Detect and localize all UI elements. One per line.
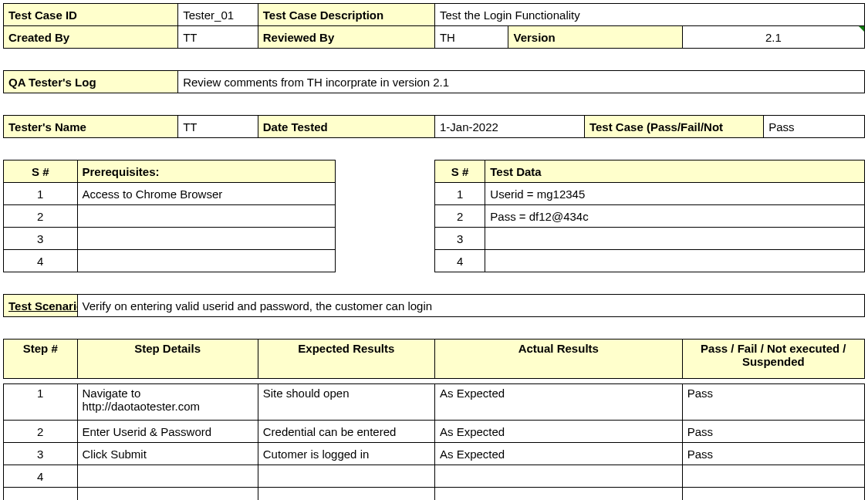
prereq-row: 3 3 <box>4 228 865 250</box>
qa-log-row: QA Tester's Log Review comments from TH … <box>4 71 865 93</box>
date-tested-value[interactable]: 1-Jan-2022 <box>434 116 584 138</box>
tester-name-value[interactable]: TT <box>178 116 258 138</box>
step-expected[interactable]: Cutomer is logged in <box>258 443 434 465</box>
step-num: 2 <box>4 421 78 443</box>
step-actual[interactable]: As Expected <box>434 443 682 465</box>
qa-log-label: QA Tester's Log <box>4 71 178 93</box>
prereq-value[interactable] <box>77 228 336 250</box>
testdata-s-label: S # <box>434 160 485 183</box>
testdata-value[interactable] <box>485 250 865 272</box>
step-pass[interactable]: Pass <box>682 384 864 421</box>
header-row-2: Created By TT Reviewed By TH Version 2.1 <box>4 26 865 49</box>
created-by-label: Created By <box>4 26 178 49</box>
scenario-row: Test Scenario Verify on entering valid u… <box>4 295 865 317</box>
prereq-num: 1 <box>4 183 78 205</box>
test-case-desc-value[interactable]: Test the Login Functionality <box>434 4 864 26</box>
test-case-id-label: Test Case ID <box>4 4 178 26</box>
step-details-header: Step Details <box>77 340 258 379</box>
testdata-num: 1 <box>434 183 485 205</box>
test-result-value[interactable]: Pass <box>764 116 865 138</box>
step-expected[interactable]: Site should open <box>258 384 434 421</box>
step-row: 4 <box>4 465 865 488</box>
prereq-row: 4 4 <box>4 250 865 272</box>
step-details[interactable]: Enter Userid & Password <box>77 421 258 443</box>
prereq-num: 4 <box>4 250 78 272</box>
testdata-value[interactable] <box>485 228 865 250</box>
prereq-num: 2 <box>4 205 78 228</box>
test-case-sheet: Test Case ID Tester_01 Test Case Descrip… <box>3 3 865 500</box>
step-num: 3 <box>4 443 78 465</box>
steps-header: Step # Step Details Expected Results Act… <box>4 340 865 379</box>
step-pass[interactable]: Pass <box>682 421 864 443</box>
step-expected[interactable] <box>258 465 434 488</box>
prereq-value[interactable] <box>77 205 336 228</box>
created-by-value[interactable]: TT <box>178 26 258 49</box>
step-num-header: Step # <box>4 340 78 379</box>
testdata-value[interactable]: Userid = mg12345 <box>485 183 865 205</box>
prereq-num: 3 <box>4 228 78 250</box>
testdata-num: 2 <box>434 205 485 228</box>
version-value[interactable]: 2.1 <box>682 26 864 49</box>
prereq-value[interactable] <box>77 250 336 272</box>
step-pass[interactable] <box>682 465 864 488</box>
step-row: 1 Navigate to http://daotaotester.com Si… <box>4 384 865 421</box>
step-num <box>4 488 78 501</box>
prereq-row: 1 Access to Chrome Browser 1 Userid = mg… <box>4 183 865 205</box>
date-tested-label: Date Tested <box>258 116 434 138</box>
step-details[interactable]: Navigate to http://daotaotester.com <box>77 384 258 421</box>
step-row: 2 Enter Userid & Password Credential can… <box>4 421 865 443</box>
step-actual[interactable]: As Expected <box>434 384 682 421</box>
step-row <box>4 488 865 501</box>
step-expected[interactable] <box>258 488 434 501</box>
prereq-value[interactable]: Access to Chrome Browser <box>77 183 336 205</box>
test-case-id-value[interactable]: Tester_01 <box>178 4 258 26</box>
test-case-desc-label: Test Case Description <box>258 4 434 26</box>
tester-name-label: Tester's Name <box>4 116 178 138</box>
step-details[interactable]: Click Submit <box>77 443 258 465</box>
version-label: Version <box>508 26 682 49</box>
test-result-label: Test Case (Pass/Fail/Not <box>584 116 763 138</box>
prereq-testdata-header: S # Prerequisites: S # Test Data <box>4 160 865 183</box>
scenario-value[interactable]: Verify on entering valid userid and pass… <box>77 295 865 317</box>
step-num: 4 <box>4 465 78 488</box>
expected-header: Expected Results <box>258 340 434 379</box>
step-actual[interactable] <box>434 488 682 501</box>
qa-log-value[interactable]: Review comments from TH incorprate in ve… <box>178 71 865 93</box>
scenario-label: Test Scenario <box>4 295 78 317</box>
step-expected[interactable]: Credential can be entered <box>258 421 434 443</box>
reviewed-by-label: Reviewed By <box>258 26 434 49</box>
step-row: 3 Click Submit Cutomer is logged in As E… <box>4 443 865 465</box>
testdata-num: 4 <box>434 250 485 272</box>
prereq-row: 2 2 Pass = df12@434c <box>4 205 865 228</box>
header-row-1: Test Case ID Tester_01 Test Case Descrip… <box>4 4 865 26</box>
step-pass[interactable]: Pass <box>682 443 864 465</box>
step-actual[interactable] <box>434 465 682 488</box>
step-details[interactable] <box>77 465 258 488</box>
step-pass[interactable] <box>682 488 864 501</box>
testdata-label: Test Data <box>485 160 865 183</box>
tester-row: Tester's Name TT Date Tested 1-Jan-2022 … <box>4 116 865 138</box>
testdata-value[interactable]: Pass = df12@434c <box>485 205 865 228</box>
step-actual[interactable]: As Expected <box>434 421 682 443</box>
passfail-header: Pass / Fail / Not executed / Suspended <box>682 340 864 379</box>
step-num: 1 <box>4 384 78 421</box>
prereq-label: Prerequisites: <box>77 160 336 183</box>
step-details[interactable] <box>77 488 258 501</box>
actual-header: Actual Results <box>434 340 682 379</box>
reviewed-by-value[interactable]: TH <box>434 26 508 49</box>
prereq-s-label: S # <box>4 160 78 183</box>
testdata-num: 3 <box>434 228 485 250</box>
